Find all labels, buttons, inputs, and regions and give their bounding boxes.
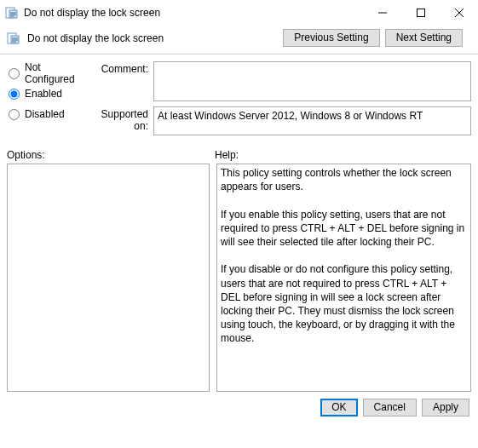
radio-disabled-input[interactable]	[9, 109, 20, 120]
radio-not-configured[interactable]: Not Configured	[7, 63, 87, 83]
policy-icon	[7, 32, 20, 45]
radio-label: Disabled	[25, 108, 65, 120]
radio-label: Enabled	[25, 88, 62, 100]
cancel-button[interactable]: Cancel	[363, 399, 417, 416]
radio-enabled-input[interactable]	[9, 89, 20, 100]
next-setting-button[interactable]: Next Setting	[385, 29, 463, 47]
settings-upper: Not Configured Enabled Disabled Comment:…	[0, 61, 478, 141]
comment-label: Comment:	[87, 61, 153, 75]
window-title: Do not display the lock screen	[24, 7, 363, 19]
dialog-footer: OK Cancel Apply	[0, 392, 478, 423]
state-radios: Not Configured Enabled Disabled	[7, 61, 87, 141]
ok-button[interactable]: OK	[320, 399, 357, 416]
radio-enabled[interactable]: Enabled	[7, 83, 87, 104]
maximize-button[interactable]	[401, 0, 440, 26]
apply-button[interactable]: Apply	[422, 399, 469, 416]
radio-label: Not Configured	[25, 61, 87, 85]
subheader: Do not display the lock screen Previous …	[0, 26, 478, 52]
policy-name: Do not display the lock screen	[27, 32, 283, 44]
svg-rect-2	[417, 9, 424, 17]
settings-lower	[0, 164, 478, 392]
help-box	[216, 164, 471, 392]
fields: Comment: Supported on:	[87, 61, 471, 141]
titlebar: Do not display the lock screen	[0, 0, 478, 26]
separator	[0, 54, 478, 55]
options-box	[7, 164, 210, 392]
radio-disabled[interactable]: Disabled	[7, 104, 87, 124]
lower-labels: Options: Help:	[0, 141, 478, 164]
window-controls	[363, 0, 478, 26]
supported-on-text	[153, 106, 471, 135]
comment-input[interactable]	[153, 61, 471, 101]
radio-not-configured-input[interactable]	[9, 68, 20, 79]
minimize-button[interactable]	[363, 0, 401, 26]
previous-setting-button[interactable]: Previous Setting	[283, 29, 379, 47]
policy-icon	[5, 6, 19, 20]
help-label: Help:	[215, 149, 471, 161]
close-button[interactable]	[440, 0, 478, 26]
supported-on-label: Supported on:	[87, 106, 153, 132]
options-label: Options:	[7, 149, 215, 161]
